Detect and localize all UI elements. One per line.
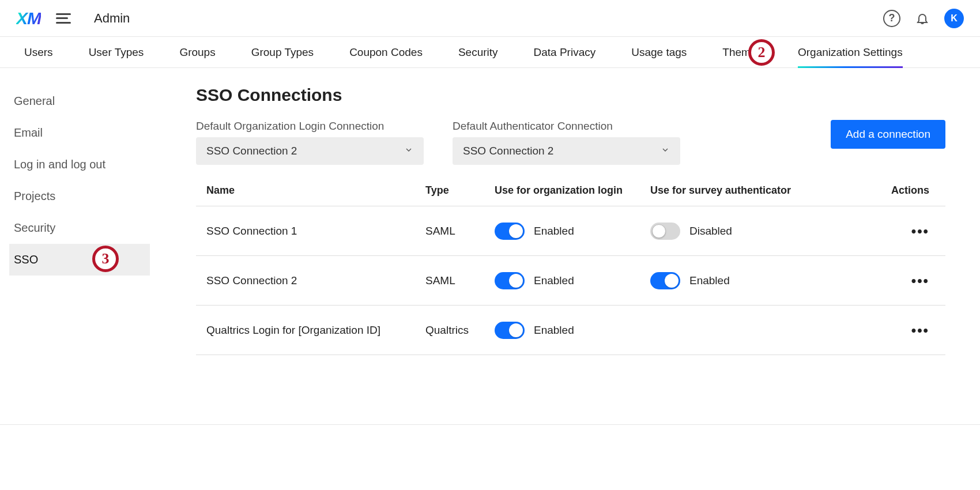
tab-users[interactable]: Users <box>24 37 53 67</box>
page-label: Admin <box>94 11 130 26</box>
survey-auth-status: Disabled <box>689 225 732 238</box>
row-actions: ••• <box>806 273 935 289</box>
main-content: SSO Connections Default Organization Log… <box>150 85 980 355</box>
org-login-status: Enabled <box>534 225 574 238</box>
table-row: SSO Connection 1SAMLEnabledDisabled••• <box>196 206 945 256</box>
connection-type: Qualtrics <box>425 324 495 337</box>
col-name: Name <box>206 184 425 197</box>
org-login-toggle[interactable] <box>495 272 525 289</box>
table-header: Name Type Use for organization login Use… <box>196 175 945 206</box>
tab-themes[interactable]: Themes <box>722 37 762 67</box>
sidebar-item-sso[interactable]: SSO <box>9 244 150 276</box>
default-org-login-value: SSO Connection 2 <box>206 145 297 157</box>
connections-table: Name Type Use for organization login Use… <box>196 175 945 355</box>
org-login-status: Enabled <box>534 324 574 337</box>
user-avatar[interactable]: K <box>944 9 964 28</box>
org-login-toggle[interactable] <box>495 322 525 339</box>
default-authenticator-select[interactable]: SSO Connection 2 <box>453 137 680 165</box>
more-actions-icon[interactable]: ••• <box>911 273 929 288</box>
sidebar-item-log-in-and-log-out[interactable]: Log in and log out <box>9 149 150 180</box>
chevron-down-icon <box>404 145 413 157</box>
tab-security[interactable]: Security <box>458 37 498 67</box>
survey-auth-cell: Disabled <box>650 223 806 240</box>
org-login-status: Enabled <box>534 274 574 287</box>
survey-auth-toggle[interactable] <box>650 223 680 240</box>
sidebar-item-general[interactable]: General <box>9 85 150 117</box>
tab-organization-settings[interactable]: Organization Settings <box>798 37 903 67</box>
tab-groups[interactable]: Groups <box>179 37 215 67</box>
survey-auth-toggle[interactable] <box>650 272 680 289</box>
xm-logo[interactable]: XM <box>16 9 41 28</box>
tab-usage-tags[interactable]: Usage tags <box>631 37 687 67</box>
sidebar-item-email[interactable]: Email <box>9 117 150 149</box>
chevron-down-icon <box>661 145 670 157</box>
tab-data-privacy[interactable]: Data Privacy <box>534 37 596 67</box>
menu-icon[interactable] <box>56 13 71 24</box>
default-org-login-select[interactable]: SSO Connection 2 <box>196 137 424 165</box>
table-row: Qualtrics Login for [Organization ID]Qua… <box>196 306 945 355</box>
connection-name: SSO Connection 1 <box>206 225 425 238</box>
tab-coupon-codes[interactable]: Coupon Codes <box>349 37 423 67</box>
default-org-login-label: Default Organization Login Connection <box>196 120 424 133</box>
sidebar-item-security[interactable]: Security <box>9 212 150 244</box>
default-authenticator-label: Default Authenticator Connection <box>453 120 680 133</box>
sidebar-item-projects[interactable]: Projects <box>9 180 150 212</box>
col-org-login: Use for organization login <box>495 184 650 197</box>
col-type: Type <box>425 184 495 197</box>
add-connection-button[interactable]: Add a connection <box>831 120 945 149</box>
top-header: XM Admin ? K <box>0 0 980 37</box>
survey-auth-status: Enabled <box>689 274 730 287</box>
row-actions: ••• <box>806 322 935 338</box>
tab-group-types[interactable]: Group Types <box>251 37 314 67</box>
notifications-icon[interactable] <box>915 11 929 26</box>
connection-name: Qualtrics Login for [Organization ID] <box>206 324 425 337</box>
row-actions: ••• <box>806 223 935 239</box>
more-actions-icon[interactable]: ••• <box>911 322 929 338</box>
table-row: SSO Connection 2SAMLEnabledEnabled••• <box>196 256 945 306</box>
connection-name: SSO Connection 2 <box>206 274 425 287</box>
org-login-cell: Enabled <box>495 272 650 289</box>
col-survey-auth: Use for survey authenticator <box>650 184 806 197</box>
settings-sidebar: GeneralEmailLog in and log outProjectsSe… <box>0 85 150 355</box>
col-actions: Actions <box>806 184 935 197</box>
admin-tabs: UsersUser TypesGroupsGroup TypesCoupon C… <box>0 37 980 68</box>
more-actions-icon[interactable]: ••• <box>911 223 929 239</box>
org-login-cell: Enabled <box>495 223 650 240</box>
survey-auth-cell: Enabled <box>650 272 806 289</box>
default-authenticator-value: SSO Connection 2 <box>463 145 553 157</box>
org-login-toggle[interactable] <box>495 223 525 240</box>
connection-type: SAML <box>425 274 495 287</box>
org-login-cell: Enabled <box>495 322 650 339</box>
connection-type: SAML <box>425 225 495 238</box>
tab-user-types[interactable]: User Types <box>89 37 144 67</box>
help-icon[interactable]: ? <box>883 10 900 27</box>
page-title: SSO Connections <box>196 85 945 105</box>
